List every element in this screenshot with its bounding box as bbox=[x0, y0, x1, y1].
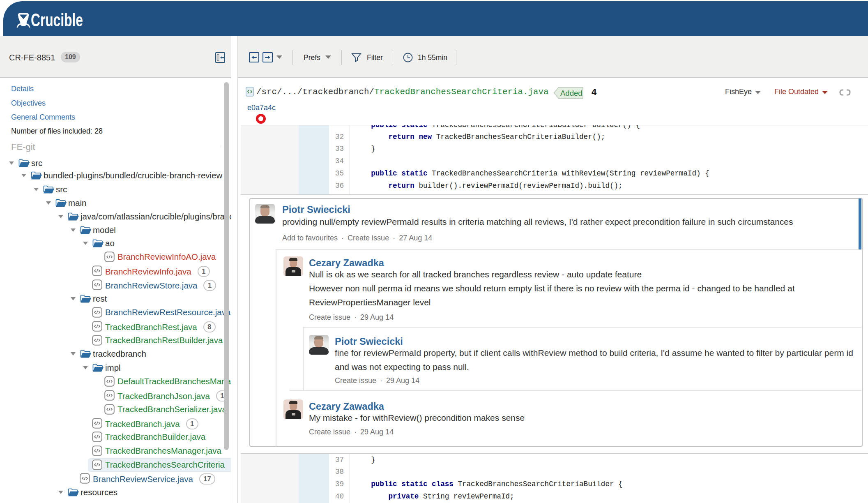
svg-text:Added: Added bbox=[560, 89, 583, 97]
